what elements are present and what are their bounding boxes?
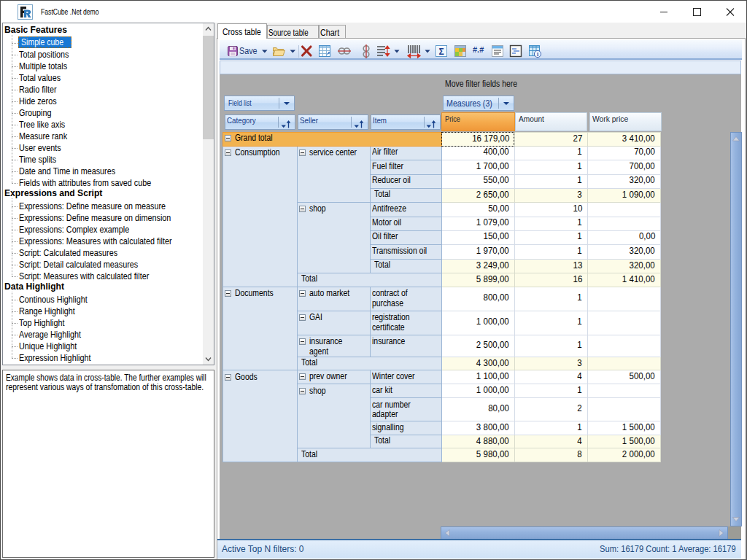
- svg-text:Save: Save: [239, 46, 258, 55]
- svg-text:Σ: Σ: [438, 47, 444, 57]
- svg-text:#.#: #.#: [473, 45, 484, 54]
